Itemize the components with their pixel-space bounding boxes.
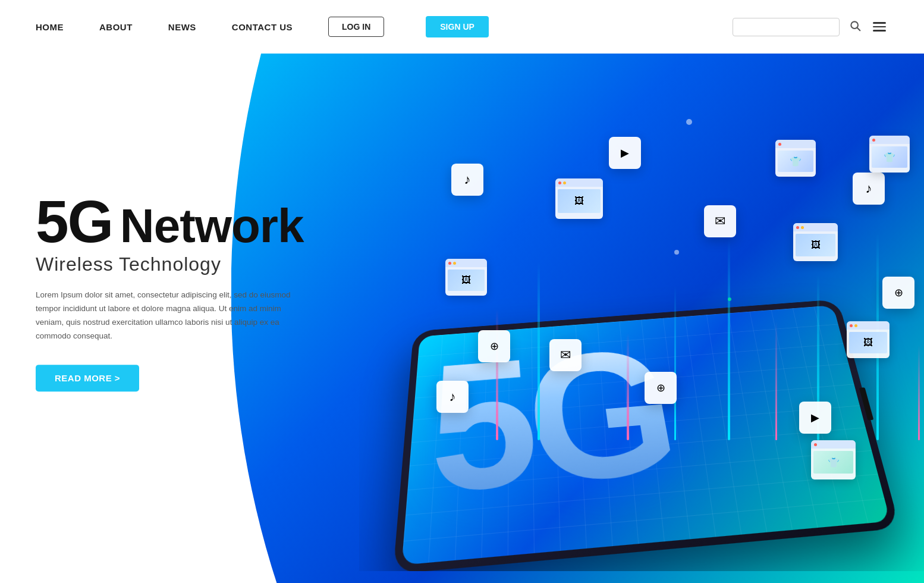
navbar: HOME ABOUT NEWS CONTACT US LOG IN SIGN U… xyxy=(0,0,924,54)
hero-title-5g: 5G xyxy=(36,188,112,255)
menu-bar-3 xyxy=(873,30,886,32)
win-header-1 xyxy=(445,259,487,267)
win-dot-red-2 xyxy=(558,181,561,184)
nav-news[interactable]: NEWS xyxy=(168,22,196,32)
tshirt-header-3 xyxy=(811,440,856,449)
window-icon-4: 🖼 xyxy=(847,321,890,358)
nav-right xyxy=(733,18,888,36)
win-img-1: 🖼 xyxy=(448,269,485,291)
dot-1 xyxy=(674,250,679,255)
beam-5 xyxy=(728,238,730,440)
window-icon-3: 🖼 xyxy=(793,223,838,261)
svg-line-1 xyxy=(857,27,860,30)
menu-bar-2 xyxy=(873,26,886,28)
illustration: 5G ♪ ⊕ ✉ ▶ ♪ ▶ ✉ ♪ ⊕ ⊕ xyxy=(359,48,924,571)
win-img-3: 🖼 xyxy=(796,234,835,256)
tshirt-img-2: 👕 xyxy=(872,146,907,168)
beam-3 xyxy=(627,333,629,440)
gamepad-icon-1: ⊕ xyxy=(478,330,510,362)
win-header-3 xyxy=(793,223,838,231)
tshirt-window-3: 👕 xyxy=(811,440,856,479)
search-input[interactable] xyxy=(733,18,840,36)
win-body-4: 🖼 xyxy=(847,330,890,356)
tshirt-body-3: 👕 xyxy=(811,449,856,476)
win-dot-yellow-4 xyxy=(854,324,857,327)
dot-2 xyxy=(728,297,731,301)
hero-title-network: Network xyxy=(120,199,304,252)
window-icon-1: 🖼 xyxy=(445,259,487,296)
win-img-4: 🖼 xyxy=(849,332,887,353)
read-more-button[interactable]: READ MORE > xyxy=(36,365,139,391)
nav-contact[interactable]: CONTACT US xyxy=(232,22,293,32)
gamepad-icon-2: ⊕ xyxy=(882,277,914,309)
win-dot-yellow xyxy=(453,262,456,265)
win-dot-red-3 xyxy=(796,226,799,229)
dot-3 xyxy=(686,119,692,125)
email-icon-2: ✉ xyxy=(704,205,736,237)
play-icon-2: ▶ xyxy=(609,137,641,169)
music-icon-1: ♪ xyxy=(436,381,469,413)
music-icon-2: ♪ xyxy=(451,164,483,196)
win-body-1: 🖼 xyxy=(445,267,487,293)
hero-content: 5G Network Wireless Technology Lorem Ips… xyxy=(36,192,309,391)
play-icon-1: ▶ xyxy=(799,402,831,434)
t-dot-1 xyxy=(778,143,781,146)
tshirt-img-1: 👕 xyxy=(778,151,813,172)
win-body-3: 🖼 xyxy=(793,231,838,259)
win-dot-yellow-2 xyxy=(563,181,566,184)
tshirt-window-2: 👕 xyxy=(869,136,910,173)
beam-1 xyxy=(496,309,498,440)
email-icon-1: ✉ xyxy=(549,339,582,371)
tshirt-header-2 xyxy=(869,136,910,144)
win-header-4 xyxy=(847,321,890,330)
search-icon[interactable] xyxy=(849,20,861,35)
signup-button[interactable]: SIGN UP xyxy=(426,16,489,37)
beam-4 xyxy=(674,286,676,440)
win-dot-red-4 xyxy=(850,324,853,327)
hero-title-row: 5G Network xyxy=(36,192,309,251)
tshirt-body-1: 👕 xyxy=(775,148,816,174)
nav-links: HOME ABOUT NEWS CONTACT US LOG IN SIGN U… xyxy=(36,16,733,37)
hero-subtitle: Wireless Technology xyxy=(36,253,309,275)
tshirt-img-3: 👕 xyxy=(813,451,853,474)
window-icon-2: 🖼 xyxy=(555,178,603,219)
nav-about[interactable]: ABOUT xyxy=(99,22,133,32)
nav-home[interactable]: HOME xyxy=(36,22,64,32)
win-dot-yellow-3 xyxy=(801,226,804,229)
tshirt-body-2: 👕 xyxy=(869,144,910,170)
tshirt-header-1 xyxy=(775,140,816,148)
win-header-2 xyxy=(555,178,603,187)
beam-6 xyxy=(775,321,777,440)
beam-2 xyxy=(538,262,540,440)
t-dot-3 xyxy=(814,443,817,446)
gamepad-icon-3: ⊕ xyxy=(645,372,677,404)
beam-9 xyxy=(918,345,920,440)
music-icon-3: ♪ xyxy=(853,173,885,205)
menu-bar-1 xyxy=(873,22,886,24)
hero-description: Lorem Ipsum dolor sit amet, consectetur … xyxy=(36,289,309,343)
hamburger-menu-icon[interactable] xyxy=(870,20,888,34)
t-dot-2 xyxy=(872,139,875,142)
hero-section: HOME ABOUT NEWS CONTACT US LOG IN SIGN U… xyxy=(0,0,924,583)
win-dot-red xyxy=(448,262,451,265)
tshirt-window-1: 👕 xyxy=(775,140,816,177)
win-body-2: 🖼 xyxy=(555,187,603,215)
win-img-2: 🖼 xyxy=(558,189,601,213)
login-button[interactable]: LOG IN xyxy=(328,17,384,37)
